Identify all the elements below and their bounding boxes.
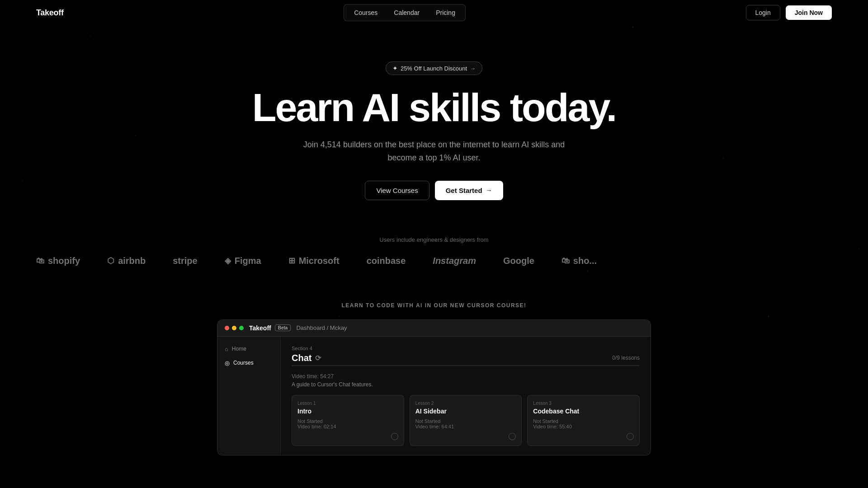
sidebar-item-courses-label: Courses (233, 360, 254, 366)
video-time-label: Video time: (292, 373, 320, 380)
lesson-1-video: Video time: 02:14 (297, 424, 398, 429)
lessons-grid: Lesson 1 Intro Not Started Video time: 0… (292, 395, 640, 446)
coinbase-label: coinbase (367, 256, 406, 266)
navbar-actions: Login Join Now (746, 5, 832, 20)
nav-item-calendar[interactable]: Calendar (386, 6, 428, 19)
window-sidebar: ⌂ Home ◎ Courses (217, 337, 281, 455)
beta-badge: Beta (275, 324, 291, 331)
lesson-2-video: Video time: 64:41 (415, 424, 516, 429)
lesson-3-footer (533, 433, 634, 440)
cursor-window: Takeoff Beta Dashboard / Mckay ⌂ Home ◎ … (217, 319, 651, 455)
brand-logo: Takeoff (36, 8, 64, 18)
lesson-2-footer (415, 433, 516, 440)
logos-track: 🛍 shopify ⬡ airbnb stripe ◈ Figma ⊞ Micr… (0, 256, 868, 266)
logo-stripe: stripe (173, 256, 197, 266)
hero-section: ✦ 25% Off Launch Discount → Learn AI ski… (0, 25, 868, 236)
logo-instagram: Instagram (433, 256, 476, 266)
lesson-card-2: Lesson 2 AI Sidebar Not Started Video ti… (410, 395, 522, 446)
badge-text: 25% Off Launch Discount (401, 65, 467, 72)
lesson-card-3: Lesson 3 Codebase Chat Not Started Video… (527, 395, 640, 446)
section-label: Section 4 (292, 346, 640, 351)
lesson-2-title[interactable]: AI Sidebar (415, 408, 516, 415)
discount-badge[interactable]: ✦ 25% Off Launch Discount → (386, 61, 482, 75)
view-courses-button[interactable]: View Courses (365, 181, 429, 200)
sidebar-item-home[interactable]: ⌂ Home (217, 342, 280, 356)
airbnb-label: airbnb (118, 256, 146, 266)
hero-buttons: View Courses Get Started → (365, 181, 503, 200)
login-button[interactable]: Login (746, 5, 780, 20)
airbnb-icon: ⬡ (107, 256, 114, 266)
logo-shopify2: 🛍 sho... (561, 256, 597, 266)
window-breadcrumb: Dashboard / Mckay (296, 324, 347, 331)
hero-subtitle: Join 4,514 builders on the best place on… (298, 138, 570, 164)
section-progress-bar (292, 365, 640, 366)
figma-label: Figma (235, 256, 261, 266)
window-brand: Takeoff Beta (249, 324, 291, 332)
logo-airbnb: ⬡ airbnb (107, 256, 146, 266)
window-controls (225, 326, 244, 330)
navbar: Takeoff Courses Calendar Pricing Login J… (0, 0, 868, 25)
window-maximize-dot[interactable] (239, 326, 244, 330)
section-title-text: Chat (292, 353, 311, 363)
lesson-3-check (627, 433, 634, 440)
lesson-3-status: Not Started (533, 418, 634, 424)
lesson-3-number: Lesson 3 (533, 401, 634, 406)
hero-title: Learn AI skills today. (252, 88, 616, 127)
logo-google: Google (503, 256, 534, 266)
logos-label: Users include engineers & designers from (0, 236, 868, 243)
logo-shopify: 🛍 shopify (36, 256, 80, 266)
shopify-icon: 🛍 (36, 256, 44, 266)
section-description: A guide to Cursor's Chat features. (292, 381, 640, 388)
window-body: ⌂ Home ◎ Courses Section 4 Chat ⟳ 0/9 le… (217, 337, 651, 455)
get-started-arrow-icon: → (486, 187, 492, 194)
lesson-2-number: Lesson 2 (415, 401, 516, 406)
lesson-1-footer (297, 433, 398, 440)
sparkle-icon: ✦ (392, 65, 398, 72)
nav-menu: Courses Calendar Pricing (344, 4, 466, 21)
lesson-3-video: Video time: 55:40 (533, 424, 634, 429)
logo-coinbase: coinbase (367, 256, 406, 266)
google-label: Google (503, 256, 534, 266)
cursor-section-label: LEARN TO CODE WITH AI IN OUR NEW CURSOR … (36, 302, 832, 309)
window-close-dot[interactable] (225, 326, 229, 330)
instagram-label: Instagram (433, 256, 476, 266)
microsoft-icon: ⊞ (288, 256, 295, 266)
stripe-label: stripe (173, 256, 197, 266)
video-time-value: 54:27 (320, 373, 334, 380)
get-started-button[interactable]: Get Started → (435, 181, 503, 200)
nav-item-pricing[interactable]: Pricing (428, 6, 463, 19)
logo-figma: ◈ Figma (225, 256, 261, 266)
lesson-2-status: Not Started (415, 418, 516, 424)
section-title: Chat ⟳ (292, 353, 321, 363)
window-brand-name: Takeoff (249, 324, 271, 332)
window-main-content: Section 4 Chat ⟳ 0/9 lessons Video time:… (281, 337, 651, 455)
section-meta: Video time: 54:27 (292, 373, 640, 380)
window-minimize-dot[interactable] (232, 326, 236, 330)
get-started-label: Get Started (446, 187, 482, 194)
lesson-3-title[interactable]: Codebase Chat (533, 408, 634, 415)
microsoft-label: Microsoft (299, 256, 340, 266)
window-titlebar: Takeoff Beta Dashboard / Mckay (217, 320, 651, 337)
logo-microsoft: ⊞ Microsoft (288, 256, 340, 266)
section-title-row: Chat ⟳ 0/9 lessons (292, 353, 640, 363)
lesson-1-title[interactable]: Intro (297, 408, 398, 415)
cursor-section: LEARN TO CODE WITH AI IN OUR NEW CURSOR … (0, 302, 868, 474)
lesson-1-number: Lesson 1 (297, 401, 398, 406)
lesson-card-1: Lesson 1 Intro Not Started Video time: 0… (292, 395, 404, 446)
join-now-button[interactable]: Join Now (786, 5, 832, 20)
courses-icon: ◎ (225, 360, 230, 366)
sidebar-item-home-label: Home (232, 346, 246, 352)
shopify2-icon: 🛍 (561, 256, 570, 266)
badge-arrow-icon: → (470, 65, 476, 72)
logos-section: Users include engineers & designers from… (0, 236, 868, 302)
home-icon: ⌂ (225, 346, 228, 352)
lesson-1-status: Not Started (297, 418, 398, 424)
lessons-count: 0/9 lessons (612, 355, 640, 361)
figma-icon: ◈ (225, 256, 231, 266)
spinner-icon: ⟳ (315, 354, 321, 362)
nav-item-courses[interactable]: Courses (346, 6, 386, 19)
shopify2-label: sho... (573, 256, 597, 266)
shopify-label: shopify (48, 256, 80, 266)
lesson-2-check (509, 433, 516, 440)
sidebar-item-courses[interactable]: ◎ Courses (217, 356, 280, 370)
